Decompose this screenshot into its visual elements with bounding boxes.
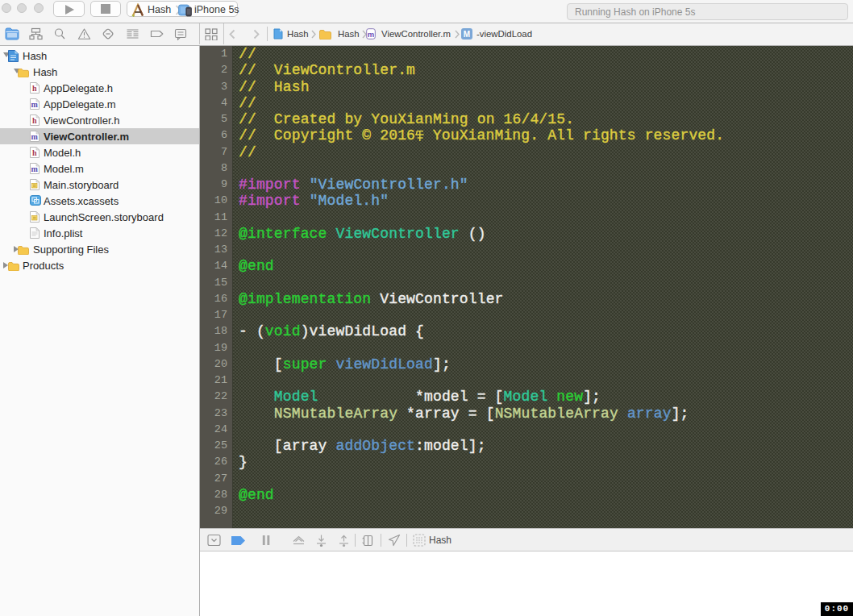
- svg-text:M: M: [464, 30, 470, 39]
- svg-text:m: m: [31, 164, 39, 173]
- svg-text:m: m: [368, 30, 374, 39]
- svg-text:m: m: [31, 132, 39, 141]
- svg-text:m: m: [31, 100, 39, 109]
- svg-text:h: h: [32, 116, 37, 125]
- svg-text:h: h: [32, 84, 37, 93]
- svg-text:h: h: [32, 148, 37, 157]
